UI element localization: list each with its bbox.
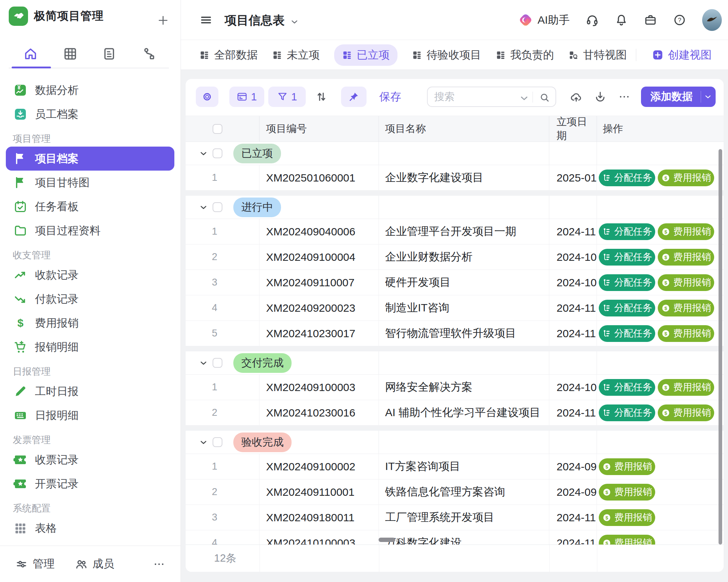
ai-assistant-button[interactable]: AI助手	[518, 12, 570, 28]
sidebar-item-付款记录[interactable]: 付款记录	[0, 287, 180, 311]
expense-button[interactable]: $费用报销	[658, 249, 714, 266]
pin-button[interactable]	[341, 87, 367, 107]
sidebar-tab-home[interactable]	[23, 47, 38, 61]
assign-button[interactable]: 分配任务	[599, 249, 655, 266]
sidebar-item-流程[interactable]: 流程	[0, 540, 180, 546]
table-row[interactable]: 1XM202409100002IT方案咨询项目2024-09$费用报销	[186, 454, 724, 479]
group-checkbox[interactable]	[213, 148, 222, 158]
view-tab-未立项[interactable]: 未立项	[272, 44, 320, 66]
hamburger-menu-icon[interactable]	[199, 13, 213, 27]
sidebar-item-费用报销[interactable]: $费用报销	[0, 311, 180, 335]
table-row[interactable]: 1XM202409040006企业管理平台开发项目一期2024-11分配任务$费…	[186, 219, 724, 244]
horizontal-scrollbar[interactable]	[379, 538, 395, 542]
sort-button[interactable]	[313, 87, 330, 107]
table-row[interactable]: 4XM202409200023制造业IT咨询2024-11分配任务$费用报销	[186, 295, 724, 321]
column-header-actions[interactable]: 操作	[597, 116, 724, 141]
view-tab-甘特视图[interactable]: 甘特视图	[569, 44, 627, 66]
collapse-chevron-icon[interactable]	[199, 358, 208, 368]
table-row[interactable]: 2XM202410230016AI 辅助个性化学习平台建设项目2024-11分配…	[186, 400, 724, 426]
column-header-date[interactable]: 立项日期	[549, 116, 597, 141]
table-row[interactable]: 3XM202409180011工厂管理系统开发项目2024-11$费用报销	[186, 505, 724, 530]
download-button[interactable]	[593, 87, 608, 107]
field-config-button[interactable]: 1	[229, 87, 264, 107]
footer-more-button[interactable]	[153, 558, 165, 570]
footer-管理-button[interactable]: 管理	[15, 557, 55, 571]
assign-button[interactable]: 分配任务	[599, 404, 655, 421]
view-settings-button[interactable]	[196, 87, 218, 107]
sidebar-tab-document[interactable]	[102, 47, 116, 61]
search-scope-chevron-icon[interactable]	[519, 93, 530, 104]
view-tab-待验收项目[interactable]: 待验收项目	[412, 44, 481, 66]
expense-button[interactable]: $费用报销	[599, 509, 655, 526]
sheet-title[interactable]: 项目信息表	[225, 12, 299, 29]
group-checkbox[interactable]	[213, 202, 222, 212]
sidebar-item-员工档案[interactable]: 员工档案	[0, 102, 180, 126]
group-checkbox[interactable]	[213, 358, 222, 368]
expense-button[interactable]: $费用报销	[658, 404, 714, 421]
expense-button[interactable]: $费用报销	[658, 325, 714, 342]
bell-icon[interactable]	[615, 13, 628, 27]
table-row[interactable]: 5XM202410230017智行物流管理软件升级项目2024-11分配任务$费…	[186, 321, 724, 346]
expense-button[interactable]: $费用报销	[599, 535, 655, 545]
search-icon[interactable]	[539, 92, 550, 103]
sidebar-item-开票记录[interactable]: 开票记录	[0, 472, 180, 496]
expense-button[interactable]: $费用报销	[599, 458, 655, 475]
add-data-button[interactable]: 添加数据	[641, 87, 716, 107]
add-workspace-icon[interactable]	[157, 15, 169, 26]
table-row[interactable]: 1XM202501060001企业数字化建设项目2025-01分配任务$费用报销	[186, 165, 724, 191]
more-actions-button[interactable]	[617, 87, 632, 107]
table-row[interactable]: 4XM202410100003万科数字化建设2024-11$费用报销	[186, 530, 724, 545]
search-input[interactable]	[434, 89, 514, 105]
column-header-code[interactable]: 项目编号	[260, 116, 379, 141]
expense-button[interactable]: $费用报销	[658, 170, 714, 186]
view-tab-我负责的[interactable]: 我负责的	[496, 44, 554, 66]
headset-icon[interactable]	[586, 13, 599, 27]
expense-button[interactable]: $费用报销	[599, 484, 655, 501]
sidebar-tab-flow[interactable]	[142, 47, 157, 61]
sidebar-item-报销明细[interactable]: 报销明细	[0, 335, 180, 359]
sidebar-item-日报明细[interactable]: 日报明细	[0, 403, 180, 427]
sidebar-item-项目过程资料[interactable]: 项目过程资料	[0, 219, 180, 243]
assign-button[interactable]: 分配任务	[599, 379, 655, 396]
create-view-button[interactable]: 创建视图	[652, 48, 712, 63]
column-header-name[interactable]: 项目名称	[379, 116, 549, 141]
group-checkbox[interactable]	[213, 437, 222, 447]
expense-button[interactable]: $费用报销	[658, 300, 714, 316]
svg-text:$: $	[664, 175, 667, 180]
expense-button[interactable]: $费用报销	[658, 274, 714, 291]
filter-button[interactable]: 1	[268, 87, 306, 107]
sidebar-item-表格[interactable]: 表格	[0, 516, 180, 540]
save-button[interactable]: 保存	[376, 87, 405, 107]
collapse-chevron-icon[interactable]	[199, 438, 208, 447]
sidebar-item-数据分析[interactable]: ¥数据分析	[0, 78, 180, 102]
assign-button[interactable]: 分配任务	[599, 223, 655, 240]
vertical-scrollbar[interactable]	[719, 149, 722, 545]
assign-button[interactable]: 分配任务	[599, 170, 655, 186]
view-tab-全部数据[interactable]: 全部数据	[199, 44, 258, 66]
collapse-chevron-icon[interactable]	[199, 203, 208, 212]
assign-button[interactable]: 分配任务	[599, 325, 655, 342]
import-button[interactable]	[569, 87, 583, 107]
select-all-checkbox[interactable]	[213, 124, 222, 134]
sidebar-item-收票记录[interactable]: 收票记录	[0, 448, 180, 472]
sidebar-item-项目甘特图[interactable]: 项目甘特图	[0, 171, 180, 195]
avatar[interactable]	[702, 9, 722, 31]
table-row[interactable]: 2XM202409100004企业业财数据分析2024-10分配任务$费用报销	[186, 244, 724, 270]
sidebar-item-任务看板[interactable]: 任务看板	[0, 195, 180, 219]
sidebar-item-工时日报[interactable]: 工时日报	[0, 379, 180, 403]
sidebar-item-项目档案[interactable]: 项目档案	[6, 147, 174, 171]
table-row[interactable]: 1XM202409100003网络安全解决方案2024-10分配任务$费用报销	[186, 375, 724, 400]
help-icon[interactable]: ?	[673, 13, 686, 27]
assign-button[interactable]: 分配任务	[599, 300, 655, 316]
sidebar-item-收款记录[interactable]: 收款记录	[0, 263, 180, 287]
footer-成员-button[interactable]: 成员	[75, 557, 114, 571]
assign-button[interactable]: 分配任务	[599, 274, 655, 291]
table-row[interactable]: 3XM202409110007硬件开发项目2024-10分配任务$费用报销	[186, 270, 724, 295]
sidebar-tab-table[interactable]	[63, 47, 78, 61]
briefcase-icon[interactable]	[644, 13, 657, 27]
collapse-chevron-icon[interactable]	[199, 149, 208, 158]
expense-button[interactable]: $费用报销	[658, 379, 714, 396]
expense-button[interactable]: $费用报销	[658, 223, 714, 240]
table-row[interactable]: 2XM202409110001铁路信息化管理方案咨询2024-09$费用报销	[186, 479, 724, 505]
view-tab-已立项[interactable]: 已立项	[334, 44, 397, 66]
